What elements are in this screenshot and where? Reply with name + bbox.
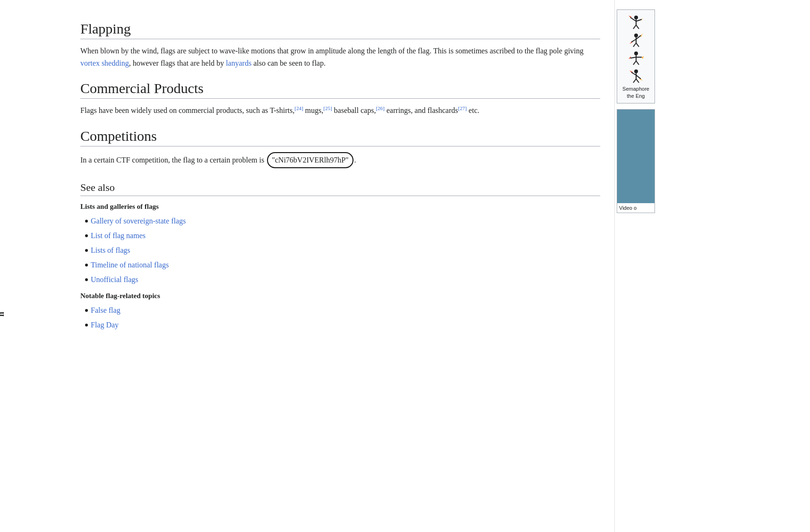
- ref-24: [24]: [294, 105, 303, 111]
- flapping-text-3: also can be seen to flap.: [251, 59, 326, 67]
- svg-line-28: [636, 75, 641, 79]
- svg-line-6: [633, 25, 636, 29]
- svg-marker-21: [642, 56, 644, 59]
- lists-galleries-list: Gallery of sovereign-state flags List of…: [80, 215, 600, 285]
- flapping-paragraph: When blown by the wind, flags are subjec…: [80, 45, 600, 69]
- lists-flags-link[interactable]: Lists of flags: [91, 245, 130, 256]
- semaphore-figures: [620, 13, 652, 84]
- list-item-timeline: Timeline of national flags: [85, 259, 600, 271]
- see-also-content: Lists and galleries of flags Gallery of …: [80, 203, 600, 331]
- flag-day-link[interactable]: Flag Day: [91, 319, 119, 331]
- ref-26: [26]: [376, 105, 384, 111]
- semaphore-figure-3: [628, 49, 645, 66]
- gallery-sovereign-link[interactable]: Gallery of sovereign-state flags: [91, 215, 186, 227]
- svg-line-31: [636, 79, 639, 83]
- semaphore-caption: Semaphore the Eng: [620, 86, 652, 100]
- svg-marker-11: [629, 42, 633, 44]
- commercial-text-5: etc.: [467, 107, 480, 115]
- notable-topics-group: Notable flag-related topics False flag F…: [80, 292, 600, 331]
- ref-27: [27]: [458, 105, 466, 111]
- semaphore-box: Semaphore the Eng: [617, 9, 655, 103]
- list-item-flag-names: List of flag names: [85, 230, 600, 241]
- lists-galleries-group: Lists and galleries of flags Gallery of …: [80, 203, 600, 285]
- svg-line-15: [636, 43, 639, 47]
- svg-line-23: [636, 61, 639, 65]
- list-item-gallery: Gallery of sovereign-state flags: [85, 215, 600, 227]
- svg-line-14: [633, 43, 636, 47]
- bullet-dot: [85, 249, 88, 252]
- commercial-text-3: baseball caps,: [332, 107, 376, 115]
- bullet-dot: [85, 264, 88, 266]
- commercial-paragraph: Flags have been widely used on commercia…: [80, 104, 600, 117]
- lanyards-link[interactable]: lanyards: [226, 59, 251, 67]
- semaphore-figure-2: [628, 31, 645, 48]
- commercial-heading: Commercial Products: [80, 80, 600, 99]
- timeline-national-flags-link[interactable]: Timeline of national flags: [91, 259, 169, 271]
- svg-marker-27: [629, 70, 633, 72]
- semaphore-caption-text: Semaphore the Eng: [622, 86, 649, 99]
- svg-line-30: [633, 79, 636, 83]
- unofficial-flags-link[interactable]: Unofficial flags: [91, 274, 138, 285]
- semaphore-figure-1: [628, 13, 645, 30]
- vortex-shedding-link[interactable]: vortex shedding: [80, 59, 129, 67]
- commercial-text-1: Flags have been widely used on commercia…: [80, 107, 294, 115]
- video-box: Video o: [617, 109, 655, 213]
- svg-point-8: [634, 34, 638, 37]
- bullet-dot: [85, 309, 88, 312]
- svg-point-24: [634, 69, 638, 73]
- lists-galleries-title: Lists and galleries of flags: [80, 203, 600, 211]
- flapping-text-2: , however flags that are held by: [129, 59, 226, 67]
- bullet-dot: [85, 234, 88, 237]
- svg-point-0: [634, 16, 638, 19]
- commercial-text-4: earrings, and flashcards: [385, 107, 458, 115]
- notable-topics-list: False flag Flag Day: [80, 305, 600, 331]
- bullet-dot: [85, 278, 88, 281]
- svg-line-18: [630, 57, 636, 58]
- semaphore-figure-4: [628, 67, 645, 84]
- ref-25: [25]: [323, 105, 332, 111]
- video-caption: Video o: [617, 203, 655, 213]
- flapping-text-1: When blown by the wind, flags are subjec…: [80, 47, 584, 55]
- left-margin-label: n: [0, 312, 6, 317]
- bullet-dot: [85, 324, 88, 326]
- list-flag-names-link[interactable]: List of flag names: [91, 230, 146, 241]
- competitions-heading: Competitions: [80, 128, 600, 146]
- flapping-heading: Flapping: [80, 21, 600, 39]
- list-item-lists-flags: Lists of flags: [85, 245, 600, 256]
- svg-marker-13: [641, 34, 643, 37]
- competitions-text-end: .: [354, 156, 356, 164]
- svg-marker-19: [629, 56, 631, 59]
- notable-topics-title: Notable flag-related topics: [80, 292, 600, 300]
- competitions-paragraph: In a certain CTF competition, the flag t…: [80, 152, 600, 168]
- video-caption-text: Video o: [619, 205, 637, 211]
- svg-line-4: [636, 19, 642, 21]
- ctf-flag-value: "cNi76bV2IVERlh97hP": [267, 152, 353, 168]
- svg-marker-29: [639, 79, 643, 81]
- competitions-text-intro: In a certain CTF competition, the flag t…: [80, 156, 266, 164]
- svg-line-22: [633, 61, 636, 65]
- right-sidebar: Semaphore the Eng Video o: [614, 0, 657, 532]
- list-item-flag-day: Flag Day: [85, 319, 600, 331]
- svg-line-10: [631, 39, 636, 42]
- bullet-dot: [85, 220, 88, 223]
- svg-line-7: [636, 25, 639, 29]
- svg-point-16: [634, 51, 638, 55]
- svg-marker-3: [629, 16, 632, 17]
- see-also-heading: See also: [80, 181, 600, 196]
- list-item-unofficial: Unofficial flags: [85, 274, 600, 285]
- false-flag-link[interactable]: False flag: [91, 305, 121, 316]
- list-item-false-flag: False flag: [85, 305, 600, 316]
- commercial-text-2: mugs,: [303, 107, 324, 115]
- main-content: Flapping When blown by the wind, flags a…: [5, 0, 614, 532]
